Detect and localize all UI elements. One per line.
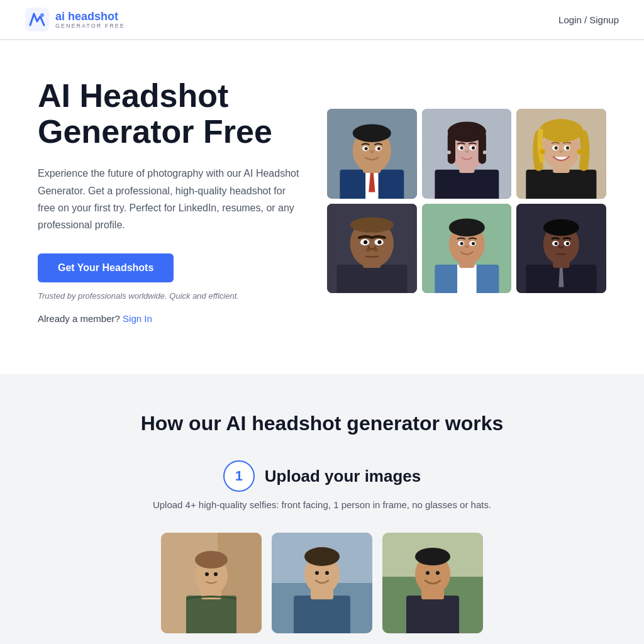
svg-point-23 [472,147,475,150]
login-signup-link[interactable]: Login / Signup [558,14,619,25]
headshot-photo-2 [422,109,512,199]
svg-point-81 [304,547,340,566]
svg-rect-18 [447,132,455,164]
svg-point-22 [460,147,463,150]
svg-rect-86 [406,596,459,633]
sign-in-link[interactable]: Sign In [123,313,152,324]
logo-subtitle: GENERATOR FREE [55,23,125,29]
logo-title: ai headshot [55,11,125,22]
headshot-photo-3 [516,109,606,199]
header: ai headshot GENERATOR FREE Login / Signu… [0,0,644,40]
svg-point-47 [374,248,377,252]
svg-point-91 [436,571,440,575]
headshot-photo-4 [327,204,417,294]
svg-point-56 [460,242,463,245]
hero-left: AI Headshot Generator Free Experience th… [38,78,302,324]
step-1: 1 Upload your images Upload 4+ high-qual… [25,460,619,633]
svg-point-90 [426,571,430,575]
svg-point-74 [205,572,209,576]
svg-point-36 [577,149,582,154]
step-1-header: 1 Upload your images [223,460,421,492]
svg-rect-27 [526,170,597,199]
svg-point-63 [543,219,579,235]
hero-section: AI Headshot Generator Free Experience th… [0,40,644,374]
svg-point-41 [350,217,394,232]
svg-rect-50 [457,264,477,293]
svg-point-82 [315,571,319,575]
svg-point-44 [364,240,367,244]
headshot-photo-5 [422,204,512,294]
step-1-title: Upload your images [265,467,421,486]
get-headshots-button[interactable]: Get Your Headshots [38,253,174,282]
headshot-grid [327,109,606,293]
svg-point-73 [195,551,228,569]
svg-point-24 [447,150,450,154]
svg-rect-70 [186,596,236,633]
svg-rect-38 [336,264,407,293]
sample-image-3 [382,533,483,633]
svg-point-30 [540,119,583,142]
hero-description: Experience the future of photography wit… [38,165,302,233]
svg-point-57 [472,242,475,245]
headshot-photo-6 [516,204,606,294]
svg-point-25 [482,150,486,154]
sample-image-2 [272,533,372,633]
svg-point-34 [566,147,569,150]
svg-rect-19 [478,132,486,164]
sample-image-1 [161,533,262,633]
svg-point-75 [214,572,218,576]
headshot-photo-1 [327,109,417,199]
hero-title: AI Headshot Generator Free [38,78,302,150]
svg-point-12 [377,147,380,150]
logo-text: ai headshot GENERATOR FREE [55,11,125,29]
logo: ai headshot GENERATOR FREE [25,8,125,31]
member-text: Already a member? Sign In [38,313,302,324]
svg-point-53 [448,218,484,236]
svg-point-83 [325,571,329,575]
svg-point-33 [555,147,558,150]
svg-rect-14 [435,170,499,199]
svg-point-45 [377,240,381,244]
svg-point-66 [555,242,558,245]
svg-point-8 [353,124,391,142]
svg-point-46 [366,248,370,252]
svg-point-1 [40,13,44,17]
step-1-description: Upload 4+ high-quality selfies: front fa… [153,499,491,510]
svg-point-11 [365,147,368,150]
step-1-number: 1 [223,460,255,492]
how-it-works-section: How our AI headshot generator works 1 Up… [0,374,644,644]
sample-images-row [161,533,483,633]
logo-icon [25,8,49,31]
how-it-works-title: How our AI headshot generator works [25,412,619,435]
svg-rect-78 [294,596,350,633]
svg-point-67 [566,242,569,245]
svg-point-35 [540,149,545,154]
svg-point-89 [415,548,450,565]
trust-text: Trusted by professionals worldwide. Quic… [38,291,302,301]
